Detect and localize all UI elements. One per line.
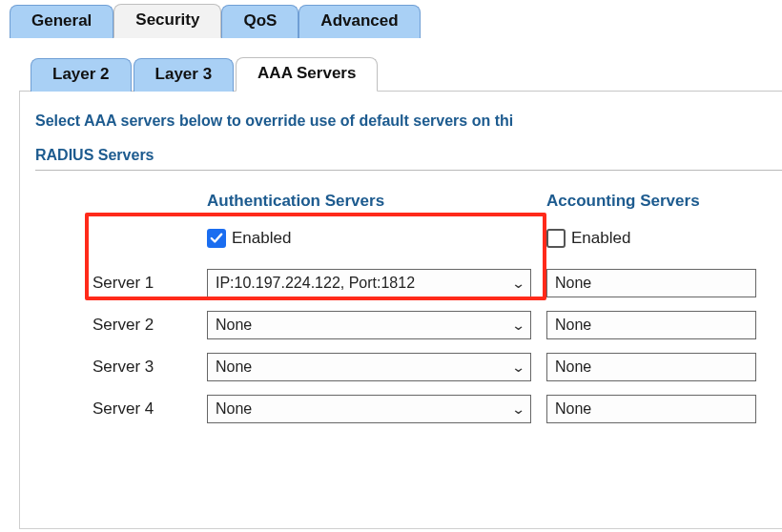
auth-column-header: Authentication Servers — [207, 192, 541, 211]
chevron-down-icon: ⌄ — [511, 359, 526, 375]
server-1-label: Server 1 — [93, 274, 154, 293]
auth-enabled-label: Enabled — [232, 229, 291, 248]
subtab-layer2[interactable]: Layer 2 — [31, 58, 132, 92]
acct-server-3-value: None — [555, 358, 591, 376]
acct-server-4-select[interactable]: None — [546, 395, 756, 423]
server-3-label: Server 3 — [93, 358, 154, 377]
sub-tab-bar: Layer 2 Layer 3 AAA Servers — [19, 57, 782, 92]
instruction-text: Select AAA servers below to override use… — [35, 113, 782, 130]
tab-general[interactable]: General — [10, 5, 113, 38]
chevron-down-icon: ⌄ — [511, 317, 526, 333]
acct-server-2-value: None — [555, 317, 591, 334]
auth-server-2-value: None — [216, 317, 252, 334]
check-icon — [210, 232, 223, 245]
server-2-label: Server 2 — [93, 316, 154, 335]
aaa-panel: Select AAA servers below to override use… — [19, 91, 782, 529]
chevron-down-icon: ⌄ — [511, 276, 526, 291]
auth-server-1-value: IP:10.197.224.122, Port:1812 — [216, 275, 415, 292]
acct-server-2-select[interactable]: None — [546, 311, 756, 339]
acct-enabled-label: Enabled — [571, 229, 630, 248]
acct-column-header: Accounting Servers — [546, 192, 782, 211]
tab-qos[interactable]: QoS — [221, 5, 298, 38]
auth-server-3-select[interactable]: None ⌄ — [207, 353, 531, 381]
server-columns: Server 1 Server 2 Server 3 Server 4 Auth… — [35, 192, 782, 430]
server-4-label: Server 4 — [93, 399, 154, 419]
auth-server-1-select[interactable]: IP:10.197.224.122, Port:1812 ⌄ — [207, 269, 531, 297]
subtab-layer3[interactable]: Layer 3 — [134, 58, 235, 92]
label-col-spacer — [93, 192, 207, 211]
label-enabled-spacer — [93, 220, 207, 256]
acct-server-3-select[interactable]: None — [546, 353, 756, 381]
acct-server-1-value: None — [555, 275, 591, 292]
acct-server-4-value: None — [555, 400, 591, 418]
acct-column: Accounting Servers Enabled None None — [546, 192, 782, 430]
auth-server-2-select[interactable]: None ⌄ — [207, 311, 531, 339]
tab-security[interactable]: Security — [113, 4, 221, 38]
auth-server-4-value: None — [216, 400, 252, 418]
auth-enabled-checkbox[interactable] — [207, 229, 226, 248]
acct-enabled-checkbox[interactable] — [546, 229, 566, 248]
auth-column: Authentication Servers Enabled IP:10.197… — [207, 192, 541, 430]
auth-server-4-select[interactable]: None ⌄ — [207, 395, 531, 423]
divider — [35, 170, 782, 171]
tab-advanced[interactable]: Advanced — [298, 5, 420, 38]
top-tab-bar: General Security QoS Advanced — [0, 0, 782, 38]
auth-server-3-value: None — [216, 358, 252, 376]
chevron-down-icon: ⌄ — [511, 401, 526, 417]
radius-servers-heading: RADIUS Servers — [35, 147, 782, 164]
acct-server-1-select[interactable]: None — [546, 269, 756, 297]
server-label-column: Server 1 Server 2 Server 3 Server 4 — [93, 192, 207, 430]
subtab-aaa-servers[interactable]: AAA Servers — [236, 57, 378, 92]
